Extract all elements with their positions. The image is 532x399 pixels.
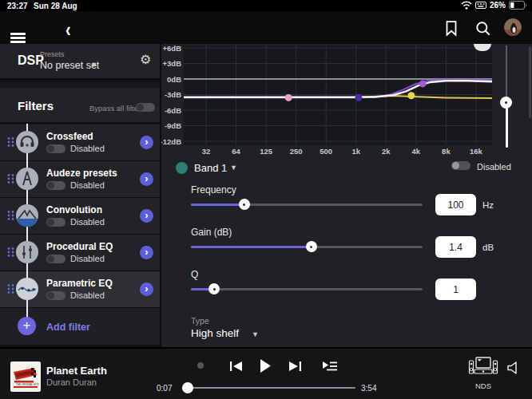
filter-name: Convolution (46, 204, 102, 215)
svg-text:THE ORIGINAL HITS: THE ORIGINAL HITS (16, 383, 39, 386)
next-track-icon[interactable] (288, 360, 302, 373)
q-slider[interactable] (191, 283, 423, 294)
filter-name: Parametric EQ (46, 278, 113, 289)
play-icon[interactable] (259, 358, 272, 373)
svg-text:4k: 4k (412, 147, 421, 156)
drag-handle-icon[interactable] (7, 136, 14, 148)
filter-status: Disabled (70, 144, 105, 153)
q-slider-knob[interactable] (208, 283, 220, 294)
queue-icon[interactable] (323, 361, 337, 372)
q-input[interactable] (435, 279, 476, 300)
bookmark-icon[interactable] (443, 20, 460, 38)
track-artist[interactable]: Duran Duran (46, 377, 97, 387)
filter-item-parametric-eq[interactable]: Parametric EQ Disabled › (0, 271, 160, 308)
band-color-dot (176, 162, 188, 174)
svg-text:250: 250 (290, 147, 303, 156)
filter-status: Disabled (70, 290, 105, 300)
back-icon[interactable]: ‹ (66, 18, 71, 42)
svg-text:16k: 16k (470, 147, 483, 156)
frequency-unit: Hz (482, 200, 494, 210)
keyboard-icon (475, 2, 486, 9)
gain-slider[interactable] (191, 241, 423, 252)
add-filter-row[interactable]: + Add filter (0, 308, 160, 345)
gain-slider-knob[interactable] (306, 241, 317, 252)
chevron-right-icon[interactable]: › (140, 136, 153, 149)
status-date: Sun 28 Aug (34, 2, 77, 10)
gain-unit: dB (482, 243, 494, 252)
svg-text:-3dB: -3dB (165, 90, 181, 99)
eq-response-chart[interactable]: 32641252505001k2k4k8k16k+6dB+3dB0dB-3dB-… (161, 44, 497, 157)
chevron-right-icon[interactable]: › (140, 246, 153, 259)
search-icon[interactable] (474, 20, 492, 38)
filter-item-convolution[interactable]: Convolution Disabled › (0, 198, 160, 235)
dsp-sidebar: DSP Presets No preset set ▼ ⚙ Filters By… (0, 44, 160, 347)
filter-status: Disabled (70, 254, 105, 263)
svg-text:-12dB: -12dB (161, 137, 181, 146)
q-label: Q (191, 269, 198, 280)
filter-name: Crossfeed (46, 131, 93, 142)
svg-text:-9dB: -9dB (165, 121, 181, 130)
filter-enable-toggle[interactable] (46, 144, 66, 153)
filter-enable-toggle[interactable] (46, 291, 66, 300)
drag-handle-icon[interactable] (7, 210, 14, 221)
band-dot-lilac (419, 80, 427, 87)
type-select[interactable]: High shelf (191, 327, 239, 339)
zone-hifi-icon (468, 356, 498, 378)
svg-text:32: 32 (202, 147, 211, 156)
frequency-slider-knob[interactable] (239, 199, 250, 210)
drag-handle-icon[interactable] (7, 247, 14, 258)
battery-icon (509, 1, 527, 10)
frequency-label: Frequency (191, 184, 236, 196)
filter-item-crossfeed[interactable]: Crossfeed Disabled › (0, 124, 160, 161)
drag-handle-icon[interactable] (7, 173, 14, 184)
chevron-right-icon[interactable]: › (140, 282, 153, 296)
seek-bar[interactable] (182, 387, 355, 389)
filter-status: Disabled (70, 217, 105, 227)
audeze-presets-icon (15, 167, 39, 191)
svg-text:0dB: 0dB (167, 75, 181, 84)
wifi-icon (461, 1, 472, 10)
track-title[interactable]: Planet Earth (46, 365, 107, 377)
filter-enable-toggle[interactable] (46, 255, 66, 263)
preamp-gain-slider[interactable] (500, 45, 513, 148)
avatar[interactable] (504, 18, 522, 36)
drag-handle-icon[interactable] (7, 283, 14, 294)
seek-knob[interactable] (182, 382, 193, 393)
menu-icon[interactable] (10, 33, 26, 43)
album-art[interactable]: THE ORIGINAL HITS (10, 361, 41, 392)
crossfeed-icon (15, 130, 39, 154)
procedural-eq-icon (15, 240, 39, 264)
chevron-right-icon[interactable]: › (140, 172, 153, 186)
parametric-eq-icon (15, 277, 39, 301)
volume-icon[interactable] (506, 361, 521, 375)
gain-input[interactable] (435, 236, 476, 258)
bypass-all-toggle[interactable] (136, 103, 155, 112)
filters-header: Filters Bypass all filters (0, 88, 160, 124)
type-label: Type (191, 316, 209, 326)
filters-title: Filters (18, 99, 54, 113)
chevron-right-icon[interactable]: › (140, 209, 153, 223)
previous-track-icon[interactable] (229, 360, 243, 373)
band-dot-yellow (407, 92, 415, 99)
filter-enable-toggle[interactable] (46, 181, 66, 190)
filter-item-audeze[interactable]: Audeze presets Disabled › (0, 161, 160, 198)
band-disabled-toggle[interactable] (451, 161, 470, 170)
vslider-knob[interactable] (500, 97, 512, 109)
band-dot-pink (285, 94, 292, 101)
add-filter-icon[interactable]: + (18, 317, 36, 335)
filter-item-procedural-eq[interactable]: Procedural EQ Disabled › (0, 235, 160, 271)
filter-name: Procedural EQ (46, 241, 113, 252)
scrollbar[interactable] (529, 46, 531, 118)
add-filter-label[interactable]: Add filter (46, 322, 90, 333)
gear-icon[interactable]: ⚙ (140, 52, 151, 67)
filter-enable-toggle[interactable] (46, 218, 66, 227)
status-bar: 23:27 Sun 28 Aug 26% (0, 0, 532, 11)
dsp-screen: 23:27 Sun 28 Aug 26% ‹ DSP Presets No pr… (0, 0, 532, 399)
presets-label: Presets (40, 50, 65, 58)
svg-text:+6dB: +6dB (163, 44, 182, 53)
frequency-slider[interactable] (191, 199, 423, 210)
zone-picker[interactable]: NDS (468, 356, 498, 388)
frequency-input[interactable] (435, 194, 476, 215)
dsp-header: DSP Presets No preset set ▼ ⚙ (0, 44, 160, 80)
band-select[interactable]: Band 1 (194, 162, 227, 174)
